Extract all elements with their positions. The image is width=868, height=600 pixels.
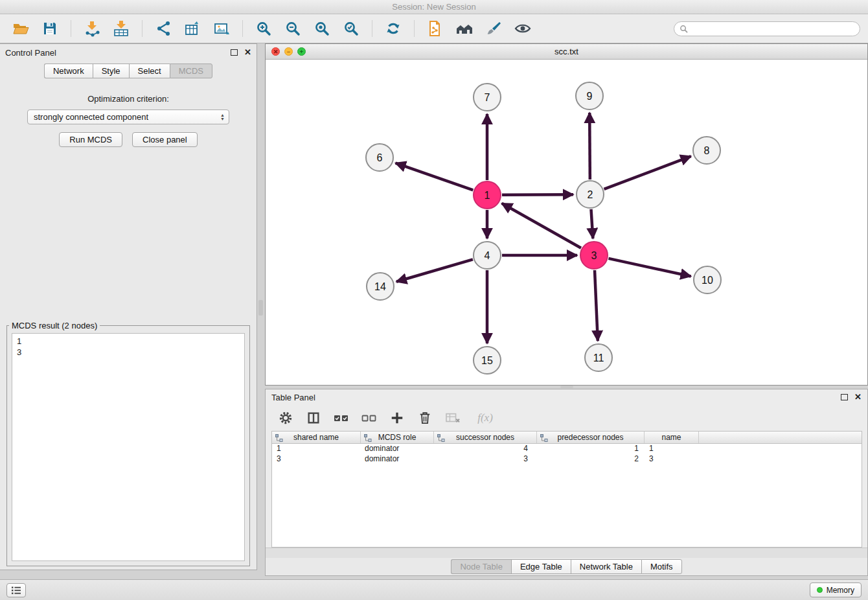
minimize-window-button[interactable]: −	[284, 47, 293, 56]
export-table-button[interactable]	[179, 17, 205, 40]
select-all-button[interactable]	[333, 410, 350, 426]
zoom-out-icon	[285, 21, 301, 36]
graph-node-label: 1	[485, 190, 490, 201]
apply-layout-button[interactable]	[380, 17, 406, 40]
graph-edge-1-2[interactable]	[502, 194, 573, 195]
import-network-file-button[interactable]	[79, 17, 105, 40]
table-arrow-icon	[184, 20, 201, 37]
optimization-criterion-value: strongly connected component	[34, 112, 220, 122]
select-spinner-icon: ▲▼	[220, 113, 225, 121]
show-graphics-details-button[interactable]	[510, 17, 536, 40]
eye-icon	[514, 21, 531, 36]
horizontal-splitter-handle[interactable]	[560, 386, 573, 388]
zoom-out-button[interactable]	[280, 17, 306, 40]
vertical-splitter-handle[interactable]	[258, 300, 263, 316]
table-row[interactable]: 1dominator411	[272, 444, 862, 454]
close-table-panel-icon[interactable]: ✕	[854, 394, 862, 400]
float-panel-icon[interactable]	[231, 49, 238, 56]
table-panel-title: Table Panel	[271, 393, 841, 402]
import-network-database-button[interactable]	[422, 17, 448, 40]
open-session-button[interactable]	[8, 17, 34, 40]
network-graph[interactable]: 7968124314101511	[266, 60, 867, 385]
graph-edge-3-11[interactable]	[595, 270, 598, 341]
clear-selection-button[interactable]	[361, 410, 378, 426]
table-settings-button[interactable]	[277, 410, 294, 426]
mcds-result-item[interactable]: 1	[17, 336, 240, 347]
optimization-criterion-select[interactable]: strongly connected component ▲▼	[27, 110, 229, 124]
save-icon	[42, 21, 58, 36]
table-tabs: Node Table Edge Table Network Table Moti…	[266, 558, 867, 575]
window-title: Session: New Session	[392, 2, 475, 12]
graph-node-label: 2	[588, 189, 593, 200]
column-header-mcds-role[interactable]: MCDS role	[361, 432, 434, 443]
graph-edge-4-14[interactable]	[396, 259, 473, 281]
delete-row-button[interactable]	[417, 410, 433, 426]
show-style-button[interactable]	[481, 17, 507, 40]
column-header-shared-name[interactable]: shared name	[272, 432, 361, 443]
table-row[interactable]: 3dominator323	[272, 454, 862, 465]
close-panel-icon[interactable]: ✕	[244, 49, 251, 56]
table-footer-strip	[266, 548, 867, 558]
zoom-selected-button[interactable]	[338, 17, 364, 40]
column-header-predecessor-nodes[interactable]: predecessor nodes	[537, 432, 645, 443]
column-label: successor nodes	[456, 433, 514, 442]
document-network-icon	[427, 20, 444, 37]
zoom-fit-button[interactable]	[309, 17, 335, 40]
tab-mcds[interactable]: MCDS	[170, 63, 212, 78]
zoom-window-button[interactable]: +	[297, 47, 306, 56]
close-window-button[interactable]: ✕	[271, 47, 280, 56]
graph-edge-1-6[interactable]	[396, 163, 474, 190]
export-image-button[interactable]	[209, 17, 234, 40]
table-cell: 2	[537, 454, 645, 465]
show-columns-button[interactable]	[305, 410, 322, 426]
network-window-titlebar[interactable]: ✕ − + scc.txt	[266, 44, 867, 60]
import-table-file-button[interactable]	[108, 17, 134, 40]
graph-node-label: 14	[374, 281, 386, 292]
tab-node-table[interactable]: Node Table	[451, 559, 511, 574]
add-row-button[interactable]	[389, 410, 405, 426]
paintbrush-icon	[485, 20, 502, 37]
graph-edge-2-9[interactable]	[589, 113, 590, 179]
mcds-result-item[interactable]: 3	[17, 347, 240, 358]
close-panel-button[interactable]: Close panel	[132, 132, 198, 147]
table-body[interactable]: 1dominator4113dominator323	[271, 444, 862, 548]
graph-edge-2-3[interactable]	[591, 209, 593, 238]
export-network-button[interactable]	[150, 17, 176, 40]
zoom-in-button[interactable]	[251, 17, 277, 40]
column-header-name[interactable]: name	[645, 432, 699, 443]
graph-node-label: 7	[485, 92, 490, 103]
tab-select[interactable]: Select	[129, 63, 170, 78]
image-export-icon	[213, 20, 230, 37]
optimization-criterion-label: Optimization criterion:	[0, 94, 257, 104]
toolbar-search[interactable]	[674, 21, 860, 36]
column-header-successor-nodes[interactable]: successor nodes	[434, 432, 537, 443]
delete-table-button[interactable]	[444, 410, 461, 426]
network-window: ✕ − + scc.txt 7968124314101511	[265, 43, 868, 386]
table-cell: dominator	[361, 454, 434, 465]
graph-edge-3-1[interactable]	[502, 203, 581, 248]
control-panel-tabs: Network Style Select MCDS	[0, 63, 257, 78]
function-builder-button[interactable]: f(x)	[472, 410, 498, 426]
run-mcds-button[interactable]: Run MCDS	[59, 132, 122, 147]
network-view[interactable]: 7968124314101511	[266, 60, 867, 385]
tab-style[interactable]: Style	[93, 63, 129, 78]
import-network-icon	[84, 20, 100, 37]
table-cell: 1	[645, 444, 699, 454]
column-edit-icon	[540, 434, 548, 442]
tab-motifs[interactable]: Motifs	[641, 559, 682, 574]
mcds-result-list[interactable]: 13	[12, 333, 245, 561]
show-panels-button[interactable]	[6, 583, 26, 597]
search-input[interactable]	[692, 24, 854, 33]
mcds-buttons-row: Run MCDS Close panel	[0, 132, 257, 147]
float-table-panel-icon[interactable]	[841, 394, 848, 400]
tab-edge-table[interactable]: Edge Table	[511, 559, 571, 574]
tab-network[interactable]: Network	[44, 63, 93, 78]
table-cell: 4	[434, 444, 537, 454]
graph-edge-3-10[interactable]	[608, 259, 691, 277]
first-neighbors-button[interactable]	[451, 17, 477, 40]
memory-button[interactable]: Memory	[810, 583, 862, 597]
graph-edge-2-8[interactable]	[604, 156, 691, 189]
column-edit-icon	[364, 434, 372, 442]
tab-network-table[interactable]: Network Table	[571, 559, 641, 574]
save-session-button[interactable]	[37, 17, 63, 40]
